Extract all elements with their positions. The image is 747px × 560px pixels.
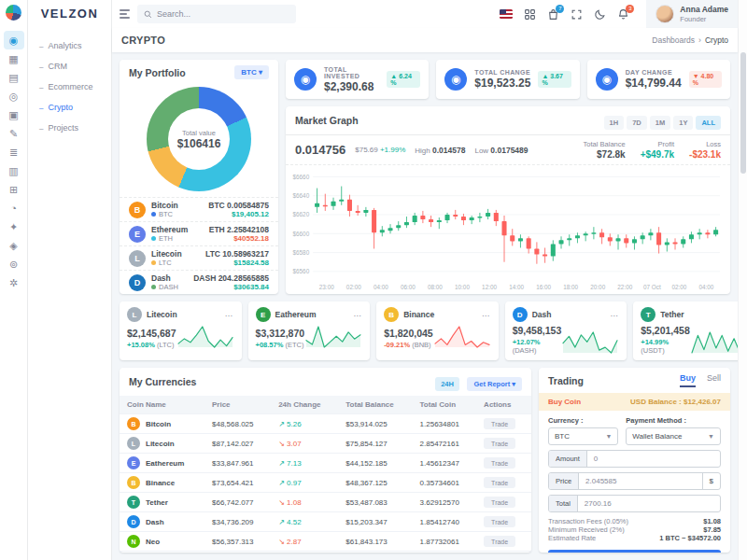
sidebar-item-analytics[interactable]: –Analytics	[28, 35, 111, 56]
coin-name: Dash	[146, 518, 164, 526]
hamburger-icon[interactable]	[120, 9, 130, 19]
period-1h-button[interactable]: 1H	[604, 116, 625, 130]
cart-icon[interactable]: 7	[547, 8, 559, 21]
sidebar-item-label: Crypto	[48, 103, 73, 112]
more-options-icon[interactable]: …	[225, 313, 234, 316]
payment-method-select[interactable]: Wallet Balance▼	[626, 427, 721, 445]
apps-icon[interactable]: ▦	[4, 49, 24, 68]
total-input[interactable]: 2700.16	[578, 496, 720, 511]
buy-coin-button[interactable]: Buy Coin	[548, 550, 721, 553]
fullscreen-icon[interactable]	[571, 8, 583, 21]
scrollbar-thumb[interactable]	[740, 52, 746, 174]
stat-change-badge: ▲ 3.67 %	[538, 71, 571, 88]
portfolio-coin-row[interactable]: LLitecoinLTCLTC 10.58963217$15824.58	[120, 245, 278, 270]
trade-button[interactable]: Trade	[484, 457, 515, 469]
tab-buy[interactable]: Buy	[680, 373, 696, 387]
total-coin-cell: 0.95632087	[413, 552, 477, 553]
portfolio-coin-row[interactable]: BBitcoinBTCBTC 0.00584875$19,405.12	[120, 197, 278, 221]
more-options-icon[interactable]: …	[610, 313, 619, 316]
period-1m-button[interactable]: 1M	[650, 116, 670, 130]
portfolio-coin-row[interactable]: EEthereumETHETH 2.25842108$40552.18	[120, 221, 278, 245]
svg-text:$6640: $6640	[293, 192, 310, 199]
share-icon[interactable]: ✲	[4, 273, 24, 292]
get-report-button[interactable]: Get Report ▾	[467, 377, 522, 391]
svg-text:$6620: $6620	[293, 211, 310, 217]
app-logo[interactable]: VELZON	[28, 7, 111, 21]
coin-name: Eathereum	[275, 310, 317, 319]
column-header: Total Balance	[338, 396, 412, 414]
search-box[interactable]	[137, 5, 296, 23]
logo-mark-icon[interactable]	[6, 5, 21, 21]
coin-change: +08.57% (ETC)	[256, 341, 305, 349]
coin-value: $3,312,870	[256, 328, 305, 339]
charts-icon[interactable]: ◔	[4, 199, 24, 217]
coin-icon: D	[127, 515, 140, 528]
trade-button[interactable]: Trade	[484, 497, 515, 508]
period-7d-button[interactable]: 7D	[627, 116, 647, 130]
language-flag-icon[interactable]	[500, 9, 513, 19]
notifications-bell-icon[interactable]: 3	[617, 8, 629, 21]
portfolio-donut-chart: Total value $106416	[147, 87, 251, 191]
sidebar-item-ecommerce[interactable]: –Ecommerce	[28, 77, 111, 97]
trade-button[interactable]: Trade	[484, 438, 515, 449]
widgets-icon[interactable]: ≣	[4, 143, 24, 161]
amount-field[interactable]: Amount 0	[548, 450, 721, 468]
stat-change-badge: ▼ 4.80 %	[689, 71, 722, 88]
coin-name-cell: LLitecoin	[127, 437, 197, 450]
layouts-icon[interactable]: ▤	[4, 68, 24, 87]
change-cell: ↗ 7.13	[271, 454, 338, 473]
more-options-icon[interactable]: …	[353, 313, 362, 316]
chevron-down-icon: ▼	[708, 433, 714, 440]
multilevel-icon[interactable]: ⊚	[4, 255, 24, 273]
trade-button[interactable]: Trade	[484, 418, 515, 429]
tab-sell[interactable]: Sell	[707, 373, 721, 387]
dashboards-icon[interactable]: ◉	[4, 31, 24, 49]
icons-icon[interactable]: ✦	[4, 217, 24, 236]
user-menu[interactable]: Anna Adame Founder	[646, 0, 738, 28]
portfolio-coin-row[interactable]: DDashDASHDASH 204.28565885$30635.84	[120, 270, 278, 294]
portfolio-currency-select[interactable]: BTC ▾	[234, 65, 269, 79]
coin-pair: (BNB)	[412, 341, 430, 349]
coin-amount: BTC 0.00584875	[208, 201, 269, 210]
period-24h-button[interactable]: 24H	[435, 377, 459, 391]
dark-mode-icon[interactable]	[594, 8, 606, 21]
currency-select[interactable]: BTC▼	[548, 427, 618, 445]
svg-text:07 Oct: 07 Oct	[643, 284, 661, 290]
total-field[interactable]: Total 2700.16	[548, 495, 721, 512]
apps-grid-icon[interactable]	[524, 8, 536, 21]
table-row: DDash$34,736.209↗ 4.52$15,203.3471.85412…	[120, 512, 531, 532]
sidebar-item-crm[interactable]: –CRM	[28, 56, 111, 77]
maps-icon[interactable]: ◈	[4, 236, 24, 255]
search-icon	[144, 10, 152, 19]
column-header: Total Coin	[413, 396, 477, 414]
amount-input[interactable]: 0	[587, 451, 720, 467]
components-icon[interactable]: ✎	[4, 124, 24, 143]
pages-icon[interactable]: ◎	[4, 87, 24, 105]
price-field[interactable]: Price 2.045585 $	[548, 472, 721, 490]
breadcrumb-parent[interactable]: Dashboards	[652, 35, 695, 45]
svg-text:10:00: 10:00	[455, 284, 470, 290]
period-all-button[interactable]: ALL	[696, 116, 721, 130]
trade-button[interactable]: Trade	[484, 536, 515, 547]
trade-button[interactable]: Trade	[484, 477, 515, 488]
stat-value: $2,390.68	[324, 80, 379, 93]
sidebar-item-crypto[interactable]: –Crypto	[28, 97, 111, 118]
trade-button[interactable]: Trade	[484, 516, 515, 527]
price-input[interactable]: 2.045585	[579, 473, 701, 489]
tables-icon[interactable]: ⊞	[4, 180, 24, 199]
coin-pair: (ETC)	[285, 341, 303, 349]
stat-value: $14,799.44	[626, 77, 682, 90]
page-scrollbar[interactable]	[738, 0, 747, 560]
search-input[interactable]	[157, 9, 289, 19]
more-options-icon[interactable]: …	[482, 313, 491, 316]
sidebar-item-projects[interactable]: –Projects	[28, 118, 111, 138]
coin-icon: E	[129, 226, 146, 243]
period-1y-button[interactable]: 1Y	[673, 116, 693, 130]
landing-icon[interactable]: ▣	[4, 105, 24, 124]
forms-icon[interactable]: ▥	[4, 161, 24, 180]
candlestick-chart[interactable]: $6660$6640$6620$6600$6580$656023:0002:00…	[286, 165, 730, 294]
coin-icon: D	[513, 307, 528, 322]
svg-text:02:00: 02:00	[671, 284, 686, 290]
disc-icon: ◉	[444, 68, 467, 91]
price-cell: $62,357.649	[204, 552, 271, 553]
